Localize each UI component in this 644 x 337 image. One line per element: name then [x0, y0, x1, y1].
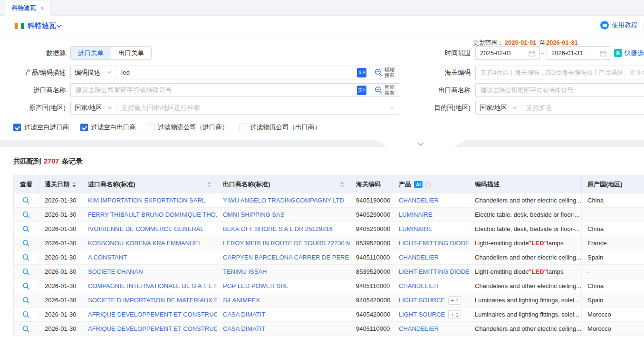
exporter-input[interactable]: 建议去除公司尾部字符或特殊符号 — [475, 83, 644, 97]
close-icon[interactable]: × — [40, 5, 44, 11]
product-label: 产品/编码描述 — [10, 66, 66, 79]
view-search-icon[interactable] — [22, 211, 30, 219]
checkbox-filter-logistics-exporter[interactable]: 过滤物流公司（出口商） — [240, 123, 321, 132]
exporter-link[interactable]: LEROY MERLIN ROUTE DE TOURS 72230 M — [223, 240, 350, 247]
collapse-panel-handle[interactable] — [375, 140, 466, 147]
exporter-link[interactable]: PGP LED POWER SRL — [223, 282, 288, 289]
view-search-icon[interactable] — [22, 297, 30, 304]
product-link[interactable]: CHANDELIER — [399, 254, 439, 261]
app-header: 科特迪瓦 使用教程 — [0, 16, 644, 37]
clearance-date-cell: 2026-01-30 — [38, 279, 82, 293]
chevron-down-icon[interactable] — [56, 24, 62, 28]
sort-icon[interactable] — [72, 182, 76, 187]
column-clearance-date[interactable]: 通关日期 — [38, 175, 82, 193]
origin-mode-select[interactable]: 国家/地区 — [71, 101, 116, 114]
view-search-icon[interactable] — [22, 268, 30, 276]
column-view: 查看 — [14, 175, 38, 193]
view-search-icon[interactable] — [22, 282, 30, 290]
book-icon — [600, 21, 609, 29]
importer-input[interactable]: 建议去除公司尾部字符或特殊符号 — [71, 86, 357, 95]
quick-select-button[interactable]: ⌘ 快捷选 — [614, 46, 644, 60]
column-product: 产品 AI — [393, 175, 469, 193]
checkbox-filter-blank-exporter[interactable]: 过滤空白出口商 — [80, 123, 136, 132]
product-search-input[interactable]: led — [116, 69, 357, 76]
view-search-icon[interactable] — [22, 311, 30, 318]
info-icon[interactable] — [425, 182, 431, 188]
importer-link[interactable]: FERRY THIBAULT BRUNO DOMINIQUE THO... — [88, 211, 217, 218]
importer-link[interactable]: SOCIETE D IMPORTATION DE MATERIAUX E... — [88, 297, 217, 304]
product-link[interactable]: LUMINAIRE — [399, 225, 433, 232]
zoom-out-search-icon — [375, 86, 383, 94]
exporter-link[interactable]: CARPYEN BARCELONA CARRER DE PERE IV — [223, 254, 350, 261]
column-importer[interactable]: 进口商名称(标准) — [82, 175, 217, 193]
importer-link[interactable]: KOSSONOU KOBENA KRA EMMANUEL — [88, 240, 202, 247]
product-link[interactable]: CHANDELIER — [399, 282, 439, 289]
view-search-icon[interactable] — [22, 225, 30, 233]
importer-link[interactable]: KIM IMPORTATION EXPORTATION SARL — [88, 197, 205, 204]
code-description-cell: Chandeliers and other electric ceiling..… — [469, 322, 581, 336]
view-search-icon[interactable] — [22, 325, 30, 333]
importer-placeholder: 建议去除公司尾部字符或特殊符号 — [76, 87, 172, 94]
description-text: Electric table, desk, bedside or floor-.… — [475, 225, 580, 232]
origin-input[interactable]: 支持输入国家/地区进行检索 — [116, 104, 390, 112]
fuzzy-search-button[interactable]: 模糊搜索 — [370, 66, 399, 79]
more-products-badge[interactable]: + 1 — [448, 310, 461, 319]
tab-import-customs[interactable]: 进口关单 — [71, 47, 111, 59]
view-search-icon[interactable] — [22, 254, 30, 261]
origin-label: 原产国(地区) — [10, 101, 66, 115]
code-description-cell: Light-emitting diode "LED" lamps — [469, 236, 581, 250]
importer-link[interactable]: IVOIRIENNE DE COMMERCE GENERAL — [88, 225, 203, 232]
product-link[interactable]: CHANDELIER — [399, 197, 439, 204]
sort-icon[interactable] — [340, 182, 344, 187]
importer-link[interactable]: AFRIQUE DEVELOPPEMENT ET CONSTRUCT... — [88, 325, 217, 332]
exporter-link[interactable]: OMNI SHIPPING SAS — [223, 211, 284, 218]
exporter-label: 出口商名称 — [414, 83, 471, 97]
hs-code-input[interactable]: 支持4位以上海关编码，或2位海关编码加上产品描述、企业名称的 — [475, 66, 644, 79]
smart-search-button[interactable]: 智能搜索 — [370, 84, 399, 96]
hs-code-cell: 8539520000 — [350, 236, 393, 250]
product-link[interactable]: LIGHT SOURCE — [399, 297, 445, 304]
product-link[interactable]: LUMINAIRE — [399, 211, 433, 218]
product-link[interactable]: LIGHT SOURCE — [399, 311, 445, 318]
translate-icon[interactable]: 文A — [357, 68, 366, 77]
tutorial-button[interactable]: 使用教程 — [600, 21, 637, 29]
time-range-label: 时间范围 — [414, 46, 471, 60]
results-count: 2707 — [41, 157, 62, 165]
importer-link[interactable]: AFRIQUE DEVELOPPEMENT ET CONSTRUCT... — [88, 311, 217, 318]
exporter-link[interactable]: TENIMU ISSAH — [223, 268, 267, 275]
origin-country-cell: Morocco — [581, 322, 644, 336]
importer-link[interactable]: SOCIETE CHANAN — [88, 268, 143, 275]
clearance-date-cell: 2026-01-30 — [38, 250, 82, 264]
destination-mode-select[interactable]: 国家/地区 — [476, 101, 521, 114]
product-mode-select[interactable]: 编码描述 — [71, 66, 116, 79]
date-to-input[interactable]: 2026-01-31 — [547, 46, 611, 60]
tab-cote-divoire[interactable]: 科特迪瓦 × — [5, 0, 51, 16]
importer-link[interactable]: COMPAGNIE INTERNATIONALE DE B A T E R — [88, 282, 217, 289]
checkbox-filter-blank-importer[interactable]: 过滤空白进口商 — [13, 123, 69, 132]
date-from-input[interactable]: 2025-02-01 — [475, 46, 540, 60]
product-link[interactable]: CHANDELIER — [399, 325, 439, 332]
table-header-row: 查看 通关日期 进口商名称(标准) 出口商名称(标准) 海关编码 产品 AI 编… — [14, 175, 644, 193]
hs-code-cell: 9405420000 — [350, 308, 393, 321]
more-products-badge[interactable]: + 1 — [448, 296, 461, 305]
view-search-icon[interactable] — [22, 240, 30, 247]
product-link[interactable]: LIGHT-EMITTING DIODE — [399, 268, 469, 275]
view-search-icon[interactable] — [22, 197, 30, 204]
sort-icon[interactable] — [207, 182, 211, 187]
chevron-down-icon — [107, 71, 112, 74]
tab-export-customs[interactable]: 出口关单 — [111, 47, 151, 59]
exporter-link[interactable]: BEKA OFF SHORE S A L DR 25129816 — [223, 225, 333, 232]
exporter-link[interactable]: CASA DIMATIT — [223, 311, 265, 318]
product-link[interactable]: LIGHT-EMITTING DIODE — [399, 240, 469, 247]
importer-link[interactable]: A CONSTANT — [88, 254, 127, 261]
exporter-link[interactable]: YIWU ANGELO TRADINGCOMPAGNY LTD — [223, 197, 344, 204]
exporter-link[interactable]: CASA DIMATIT — [223, 325, 265, 332]
exporter-link[interactable]: SILANIMPEX — [223, 297, 260, 304]
checkbox-filter-logistics-importer[interactable]: 过滤物流公司（进口商） — [147, 123, 229, 132]
column-exporter[interactable]: 出口商名称(标准) — [217, 175, 350, 193]
translate-icon[interactable]: 文A — [357, 86, 366, 95]
clearance-date-cell: 2026-01-30 — [38, 208, 82, 221]
description-text: Light-emitting diode — [475, 240, 529, 247]
destination-input[interactable]: 支持多选 — [521, 104, 644, 112]
data-source-label: 数据源 — [10, 46, 66, 60]
